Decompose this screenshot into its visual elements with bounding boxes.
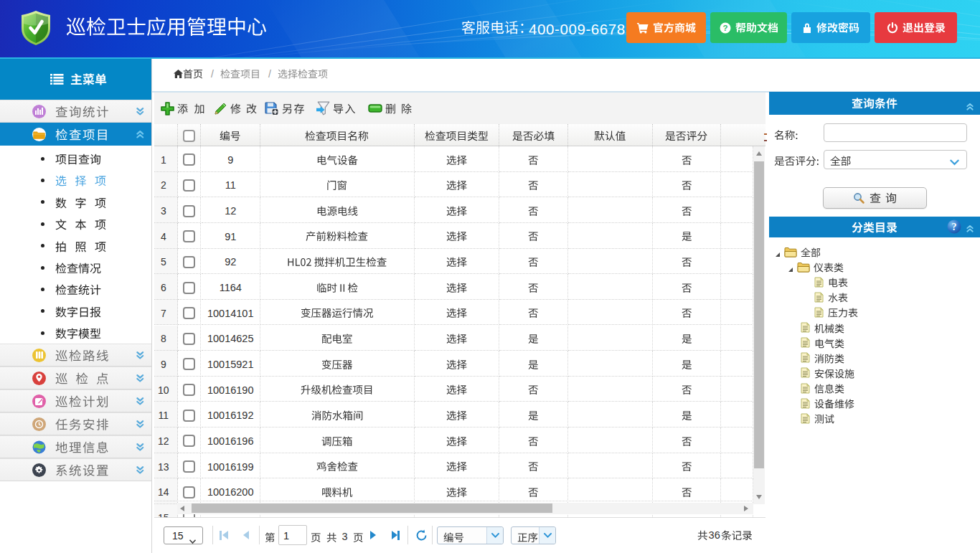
svg-text:?: ? xyxy=(952,222,957,232)
svg-text:?: ? xyxy=(722,24,727,32)
